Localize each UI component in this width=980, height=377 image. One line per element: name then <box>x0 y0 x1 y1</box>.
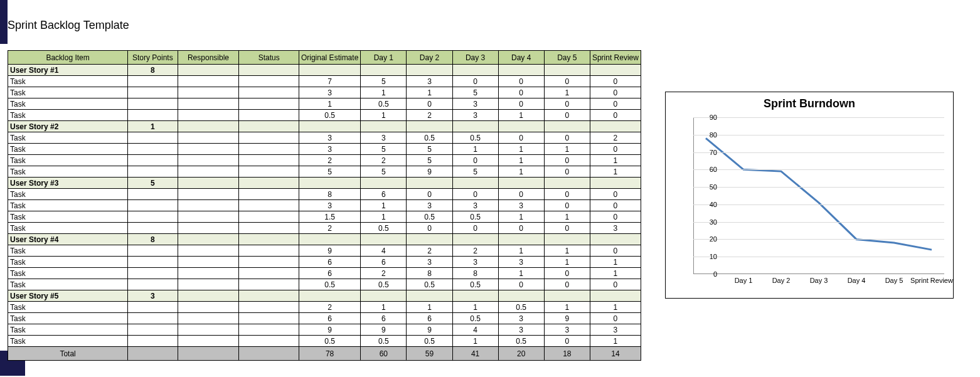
cell[interactable]: 3 <box>299 132 360 144</box>
cell[interactable] <box>128 189 178 200</box>
cell[interactable]: Task <box>8 189 128 200</box>
cell[interactable] <box>239 121 299 132</box>
cell[interactable]: 0 <box>498 223 544 234</box>
cell[interactable]: 0 <box>544 166 590 178</box>
cell[interactable]: 0 <box>498 279 544 290</box>
cell[interactable]: 0.5 <box>452 313 498 324</box>
cell[interactable]: 0 <box>498 98 544 110</box>
cell[interactable]: Task <box>8 257 128 268</box>
cell[interactable]: 5 <box>299 166 360 178</box>
cell[interactable] <box>178 98 239 110</box>
cell[interactable]: 1 <box>544 245 590 257</box>
cell[interactable] <box>128 166 178 178</box>
cell[interactable]: 2 <box>299 155 360 166</box>
cell[interactable]: 1 <box>590 302 641 313</box>
cell[interactable] <box>239 155 299 166</box>
cell[interactable] <box>590 178 641 189</box>
cell[interactable]: 0 <box>498 76 544 87</box>
cell[interactable]: 9 <box>407 324 452 336</box>
cell[interactable]: 9 <box>299 324 360 336</box>
cell[interactable]: 1 <box>498 110 544 121</box>
cell[interactable] <box>544 121 590 132</box>
cell[interactable] <box>239 223 299 234</box>
cell[interactable]: 0 <box>452 155 498 166</box>
cell[interactable] <box>128 98 178 110</box>
cell[interactable] <box>239 144 299 155</box>
cell[interactable]: 0 <box>590 279 641 290</box>
cell[interactable] <box>299 290 360 302</box>
cell[interactable] <box>299 121 360 132</box>
cell[interactable]: 8 <box>452 268 498 279</box>
cell[interactable]: 0.5 <box>407 211 452 223</box>
cell[interactable] <box>361 178 407 189</box>
cell[interactable]: 0 <box>544 189 590 200</box>
cell[interactable] <box>239 132 299 144</box>
cell[interactable] <box>361 65 407 76</box>
cell[interactable] <box>239 324 299 336</box>
cell[interactable]: 0 <box>544 110 590 121</box>
cell[interactable] <box>239 313 299 324</box>
cell[interactable]: 3 <box>590 324 641 336</box>
cell[interactable]: 2 <box>299 223 360 234</box>
cell[interactable] <box>128 144 178 155</box>
cell[interactable]: 1 <box>361 110 407 121</box>
cell[interactable]: 9 <box>407 166 452 178</box>
cell[interactable]: 2 <box>361 268 407 279</box>
cell[interactable]: 2 <box>361 155 407 166</box>
cell[interactable]: 9 <box>544 313 590 324</box>
cell[interactable] <box>178 189 239 200</box>
cell[interactable]: 1 <box>361 211 407 223</box>
cell[interactable]: Task <box>8 279 128 290</box>
cell[interactable] <box>239 76 299 87</box>
cell[interactable]: 8 <box>407 268 452 279</box>
cell[interactable]: 0 <box>498 87 544 98</box>
cell[interactable]: 0 <box>590 211 641 223</box>
cell[interactable]: 0.5 <box>361 98 407 110</box>
cell[interactable] <box>239 336 299 347</box>
story-points-cell[interactable]: 5 <box>128 178 178 189</box>
cell[interactable]: 5 <box>452 87 498 98</box>
cell[interactable]: Task <box>8 155 128 166</box>
cell[interactable]: 9 <box>361 324 407 336</box>
cell[interactable] <box>178 144 239 155</box>
cell[interactable]: 1 <box>498 211 544 223</box>
cell[interactable]: 0 <box>544 76 590 87</box>
cell[interactable]: 1 <box>544 302 590 313</box>
cell[interactable]: 1 <box>544 257 590 268</box>
cell[interactable]: 1 <box>498 166 544 178</box>
cell[interactable]: 0 <box>498 132 544 144</box>
cell[interactable]: 0 <box>590 245 641 257</box>
cell[interactable] <box>178 166 239 178</box>
cell[interactable]: Task <box>8 98 128 110</box>
cell[interactable] <box>544 290 590 302</box>
cell[interactable] <box>299 234 360 245</box>
story-name-cell[interactable]: User Story #5 <box>8 290 128 302</box>
cell[interactable]: 3 <box>407 257 452 268</box>
cell[interactable]: 1 <box>407 87 452 98</box>
cell[interactable]: 0.5 <box>452 279 498 290</box>
cell[interactable] <box>178 268 239 279</box>
cell[interactable] <box>407 234 452 245</box>
cell[interactable]: 1 <box>299 98 360 110</box>
cell[interactable]: 0.5 <box>407 336 452 347</box>
cell[interactable]: 3 <box>299 144 360 155</box>
cell[interactable]: 6 <box>299 313 360 324</box>
cell[interactable]: 3 <box>590 223 641 234</box>
cell[interactable] <box>178 223 239 234</box>
story-points-cell[interactable]: 8 <box>128 65 178 76</box>
cell[interactable] <box>178 200 239 211</box>
story-points-cell[interactable]: 8 <box>128 234 178 245</box>
cell[interactable] <box>239 98 299 110</box>
cell[interactable]: 5 <box>407 155 452 166</box>
cell[interactable] <box>178 110 239 121</box>
cell[interactable] <box>452 178 498 189</box>
cell[interactable]: 3 <box>361 132 407 144</box>
cell[interactable]: 1 <box>498 268 544 279</box>
cell[interactable]: 0 <box>544 279 590 290</box>
cell[interactable] <box>239 234 299 245</box>
cell[interactable] <box>128 211 178 223</box>
cell[interactable]: 0 <box>590 200 641 211</box>
cell[interactable] <box>299 65 360 76</box>
cell[interactable] <box>498 290 544 302</box>
cell[interactable]: 0 <box>590 144 641 155</box>
